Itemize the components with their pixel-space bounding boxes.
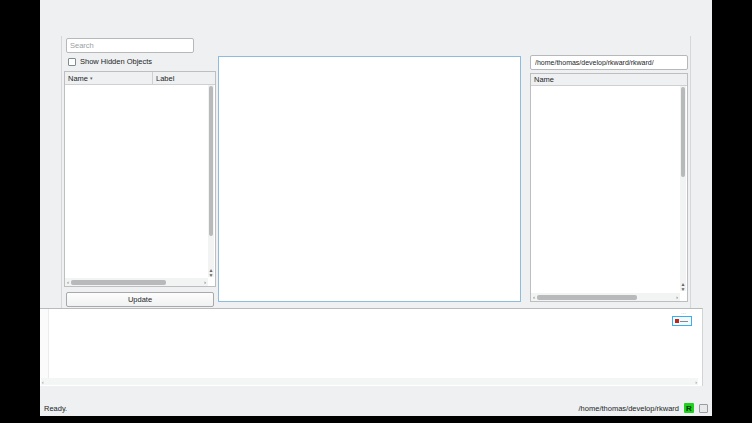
console-toolbar-handle[interactable]: ⋯	[681, 311, 686, 315]
column-name-header[interactable]: Name	[68, 74, 88, 83]
show-hidden-checkbox[interactable]	[68, 58, 76, 66]
status-message: Ready.	[44, 404, 67, 413]
console-margin	[40, 309, 49, 378]
sort-indicator-icon: ▾	[90, 75, 93, 81]
tree-header: Name▾ Label	[65, 72, 215, 85]
files-vscrollbar[interactable]: ▲▼	[680, 86, 686, 291]
tree-configure-button[interactable]	[201, 39, 215, 52]
r-engine-status-badge: R	[684, 403, 694, 413]
workspace-hscrollbar[interactable]: ‹›	[65, 278, 208, 286]
toolbar-lines-icon	[680, 321, 688, 322]
search-input[interactable]	[66, 38, 194, 53]
file-browser-panel: /home/thomas/develop/rkward/rkward/ Name…	[528, 36, 690, 308]
column-label-header[interactable]: Label	[153, 74, 215, 83]
status-grip[interactable]	[699, 404, 708, 413]
file-column-header[interactable]: Name	[531, 74, 687, 86]
statusbar: Ready. /home/thomas/develop/rkward R	[40, 400, 712, 416]
workspace-vscrollbar[interactable]: ▲▼	[208, 85, 214, 277]
main-toolbar	[40, 13, 712, 36]
path-combobox[interactable]: /home/thomas/develop/rkward/rkward/	[530, 55, 688, 70]
data-editor-panel	[218, 36, 525, 308]
left-dock-strip	[40, 36, 62, 308]
menubar	[40, 0, 712, 13]
r-console-view[interactable]: ⋯ ‹ ›	[40, 308, 703, 386]
workspace-panel: Show Hidden Objects Name▾ Label ▲▼ ‹› Up…	[62, 36, 218, 308]
console-hscrollbar[interactable]: ‹ ›	[41, 378, 698, 385]
console-floating-toolbar[interactable]	[672, 316, 692, 326]
file-tree: Name ▲▼ ‹›	[530, 73, 688, 302]
document-tabbar	[218, 36, 525, 56]
status-working-directory: /home/thomas/develop/rkward	[579, 404, 679, 413]
update-button[interactable]: Update	[66, 292, 214, 307]
path-text: /home/thomas/develop/rkward/rkward/	[535, 59, 681, 66]
rkward-window: Show Hidden Objects Name▾ Label ▲▼ ‹› Up…	[40, 0, 712, 416]
bottom-toolview-bar	[40, 386, 712, 400]
right-dock-strip	[690, 36, 712, 308]
interrupt-icon	[675, 319, 679, 323]
object-browser-tree: Name▾ Label ▲▼ ‹›	[64, 71, 216, 287]
files-hscrollbar[interactable]: ‹›	[531, 293, 680, 301]
spreadsheet	[218, 56, 521, 302]
show-hidden-label: Show Hidden Objects	[80, 57, 152, 66]
